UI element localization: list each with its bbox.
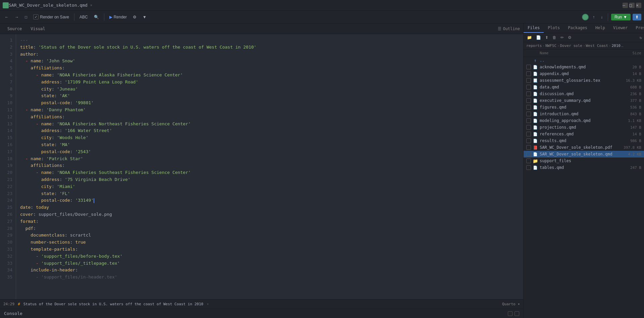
file-item-support_files[interactable]: 📁support_files xyxy=(524,157,644,164)
file-name-assessment_glossaries: assessment_glossaries.tex xyxy=(540,78,616,83)
file-item-figures[interactable]: 📄figures.qmd536 B xyxy=(524,104,644,111)
file-checkbox-appendix[interactable] xyxy=(526,71,531,76)
console-tab[interactable]: Console xyxy=(4,311,22,316)
file-size-discussion: 236 B xyxy=(618,92,641,96)
file-size-acknowledgments: 20 B xyxy=(618,65,641,69)
toolbar-right: ↑ ↓ Run ▼ ⬆ xyxy=(582,13,641,21)
right-tab-help[interactable]: Help xyxy=(591,23,609,33)
file-item-references[interactable]: 📄references.qmd14 B xyxy=(524,131,644,137)
file-checkbox-results[interactable] xyxy=(526,138,531,143)
file-checkbox-projections[interactable] xyxy=(526,125,531,130)
code-line-31: template-partials: xyxy=(20,246,519,253)
breadcrumb-item-dover-sole[interactable]: Dover sole xyxy=(560,44,582,48)
file-checkbox-support_files[interactable] xyxy=(526,158,531,163)
minimize-btn[interactable]: — xyxy=(623,3,628,8)
code-line-13: - name: 'NOAA Fisheries Northeast Fisher… xyxy=(20,121,519,128)
code-line-22: city: 'Miami' xyxy=(20,183,519,190)
file-item-up[interactable]: ↑.. xyxy=(524,57,644,64)
breadcrumb-more[interactable]: … xyxy=(621,44,624,48)
file-item-assessment_glossaries[interactable]: 📃assessment_glossaries.tex16.3 KB xyxy=(524,77,644,84)
code-line-32: - 'support_files/before-body.tex' xyxy=(20,253,519,260)
tab-source[interactable]: Source xyxy=(3,25,26,33)
file-item-appendix[interactable]: 📄appendix.qmd14 B xyxy=(524,70,644,77)
col-size-header: Size xyxy=(618,51,641,55)
settings-button[interactable]: ⚙ xyxy=(131,14,139,20)
console-bar: Console xyxy=(0,309,523,318)
code-content[interactable]: ---title: 'Status of the Dover sole stoc… xyxy=(16,34,523,299)
file-item-acknowledgments[interactable]: 📄acknowledgments.qmd20 B xyxy=(524,64,644,70)
file-icon-projections: 📄 xyxy=(533,125,538,130)
breadcrumb-item-west-coast[interactable]: West Coast xyxy=(586,44,608,48)
file-checkbox-sar_qmd[interactable] xyxy=(526,152,531,156)
console-window-btns xyxy=(508,311,519,316)
right-tab-files[interactable]: Files xyxy=(524,23,544,33)
new-file-btn[interactable]: 📄 xyxy=(535,35,542,41)
nav-down-button[interactable]: ↓ xyxy=(599,14,605,20)
file-item-tables[interactable]: 📄tables.qmd247 B xyxy=(524,164,644,171)
file-item-sar_qmd[interactable]: 📄SAR_WC_Dover_sole_skeleton.qmd4.2 KB xyxy=(524,151,644,157)
file-checkbox-discussion[interactable] xyxy=(526,91,531,96)
file-checkbox-tables[interactable] xyxy=(526,165,531,170)
render-on-save-button[interactable]: ✓ Render on Save xyxy=(31,13,71,20)
abc-button[interactable]: ABC xyxy=(77,14,90,20)
file-checkbox-modeling_approach[interactable] xyxy=(526,118,531,123)
file-checkbox-acknowledgments[interactable] xyxy=(526,65,531,69)
right-tab-viewer[interactable]: Viewer xyxy=(609,23,632,33)
file-checkbox-executive_summary[interactable] xyxy=(526,98,531,103)
file-checkbox-references[interactable] xyxy=(526,132,531,136)
console-minimize-btn[interactable] xyxy=(508,311,513,316)
status-dropdown-icon[interactable]: ▾ xyxy=(207,302,209,306)
outline-toggle[interactable]: ☰ Outline xyxy=(498,26,520,31)
right-tab-plots[interactable]: Plots xyxy=(544,23,564,33)
delete-btn[interactable]: 🗑 xyxy=(551,35,558,41)
rename-btn[interactable]: ✏ xyxy=(559,35,565,41)
back-button[interactable]: ← xyxy=(3,14,11,20)
new-folder-btn[interactable]: 📁 xyxy=(526,35,533,41)
upload-btn[interactable]: ⬆ xyxy=(544,35,550,41)
right-tab-present[interactable]: Prese... xyxy=(632,23,644,33)
editor-tabs: Source Visual ☰ Outline xyxy=(0,23,523,34)
file-name-up: .. xyxy=(540,58,616,63)
file-item-discussion[interactable]: 📄discussion.qmd236 B xyxy=(524,90,644,97)
file-checkbox-introduction[interactable] xyxy=(526,112,531,116)
breadcrumb-item-nwfsc[interactable]: NWFSC xyxy=(545,44,556,48)
breadcrumb-item-2010[interactable]: 2010 xyxy=(611,44,621,48)
file-size-data: 608 B xyxy=(618,85,641,89)
file-item-projections[interactable]: 📄projections.qmd147 B xyxy=(524,124,644,131)
right-tab-packages[interactable]: Packages xyxy=(564,23,591,33)
refresh-btn[interactable]: ↻ xyxy=(640,35,642,40)
file-list-header: Name Size xyxy=(524,50,644,57)
code-line-29: documentclass: scrartcl xyxy=(20,232,519,239)
code-editor[interactable]: 1234567891011121314151617181920212223242… xyxy=(0,34,523,299)
breadcrumb-item-reports[interactable]: reports xyxy=(526,44,542,48)
file-name-support_files: support_files xyxy=(540,158,616,163)
file-checkbox-data[interactable] xyxy=(526,85,531,89)
forward-button[interactable]: → xyxy=(13,14,21,20)
publish-button[interactable]: ⬆ xyxy=(633,14,641,20)
code-line-24: postal-code: '33149' xyxy=(20,197,519,204)
close-tab-btn[interactable]: × xyxy=(90,3,93,7)
tab-visual[interactable]: Visual xyxy=(26,25,49,33)
nav-up-button[interactable]: ↑ xyxy=(591,14,597,20)
file-item-results[interactable]: 📄results.qmd986 B xyxy=(524,137,644,144)
settings-dropdown-button[interactable]: ▼ xyxy=(141,14,149,20)
maximize-btn[interactable]: □ xyxy=(629,3,635,8)
file-icon-sar_pdf: 📕 xyxy=(533,145,538,150)
file-item-introduction[interactable]: 📄introduction.qmd843 B xyxy=(524,111,644,117)
file-item-sar_pdf[interactable]: 📕SAR_WC_Dover_sole_skeleton.pdf397.8 KB xyxy=(524,144,644,151)
file-name-acknowledgments: acknowledgments.qmd xyxy=(540,65,616,69)
file-item-modeling_approach[interactable]: 📄modeling_approach.qmd1.1 KB xyxy=(524,117,644,124)
close-btn[interactable]: × xyxy=(636,3,641,8)
file-item-executive_summary[interactable]: 📄executive_summary.qmd377 B xyxy=(524,97,644,104)
file-checkbox-sar_pdf[interactable] xyxy=(526,145,531,150)
more-btn[interactable]: ⚙ xyxy=(567,35,573,41)
console-maximize-btn[interactable] xyxy=(515,311,519,316)
status-format-dropdown[interactable]: ▾ xyxy=(518,302,520,306)
file-item-data[interactable]: 📄data.qmd608 B xyxy=(524,84,644,90)
run-button[interactable]: Run ▼ xyxy=(611,14,631,20)
search-button[interactable]: 🔍 xyxy=(92,14,101,20)
file-checkbox-figures[interactable] xyxy=(526,105,531,110)
render-button[interactable]: ▶ Render xyxy=(107,14,129,20)
save-button[interactable]: □ xyxy=(23,14,29,20)
file-checkbox-assessment_glossaries[interactable] xyxy=(526,78,531,83)
